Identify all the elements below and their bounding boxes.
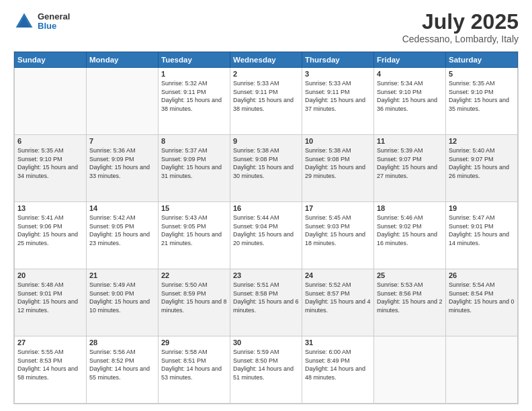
calendar-week-row: 20Sunrise: 5:48 AM Sunset: 9:01 PM Dayli…: [15, 269, 518, 336]
day-number: 20: [17, 271, 83, 279]
calendar-day-cell: 20Sunrise: 5:48 AM Sunset: 9:01 PM Dayli…: [15, 269, 87, 336]
calendar-week-row: 1Sunrise: 5:32 AM Sunset: 9:11 PM Daylig…: [15, 68, 518, 135]
calendar-day-cell: 25Sunrise: 5:53 AM Sunset: 8:56 PM Dayli…: [374, 269, 446, 336]
weekday-saturday: Saturday: [446, 52, 518, 68]
logo: General Blue: [13, 11, 70, 32]
day-number: 5: [449, 70, 515, 78]
calendar-day-cell: 3Sunrise: 5:33 AM Sunset: 9:11 PM Daylig…: [302, 68, 374, 135]
day-info: Sunrise: 5:55 AM Sunset: 8:53 PM Dayligh…: [17, 348, 83, 381]
weekday-tuesday: Tuesday: [159, 52, 230, 68]
calendar-day-cell: 26Sunrise: 5:54 AM Sunset: 8:54 PM Dayli…: [446, 269, 518, 336]
title-block: July 2025 Cedessano, Lombardy, Italy: [402, 11, 519, 44]
day-number: 25: [377, 271, 443, 279]
calendar-day-cell: [87, 68, 159, 135]
calendar-day-cell: 18Sunrise: 5:46 AM Sunset: 9:02 PM Dayli…: [374, 202, 446, 269]
calendar-day-cell: 30Sunrise: 5:59 AM Sunset: 8:50 PM Dayli…: [230, 336, 302, 404]
day-number: 7: [89, 137, 155, 145]
day-number: 13: [17, 204, 83, 212]
day-info: Sunrise: 5:39 AM Sunset: 9:07 PM Dayligh…: [377, 146, 443, 180]
calendar-day-cell: 16Sunrise: 5:44 AM Sunset: 9:04 PM Dayli…: [230, 202, 302, 269]
calendar-day-cell: 29Sunrise: 5:58 AM Sunset: 8:51 PM Dayli…: [159, 336, 230, 404]
calendar-week-row: 6Sunrise: 5:35 AM Sunset: 9:10 PM Daylig…: [15, 135, 518, 202]
calendar-day-cell: 11Sunrise: 5:39 AM Sunset: 9:07 PM Dayli…: [374, 135, 446, 202]
weekday-friday: Friday: [374, 52, 446, 68]
day-info: Sunrise: 5:59 AM Sunset: 8:50 PM Dayligh…: [233, 348, 299, 381]
day-info: Sunrise: 5:45 AM Sunset: 9:03 PM Dayligh…: [305, 214, 371, 247]
calendar-day-cell: 12Sunrise: 5:40 AM Sunset: 9:07 PM Dayli…: [446, 135, 518, 202]
calendar-day-cell: 4Sunrise: 5:34 AM Sunset: 9:10 PM Daylig…: [374, 68, 446, 135]
weekday-monday: Monday: [87, 52, 159, 68]
day-info: Sunrise: 5:42 AM Sunset: 9:05 PM Dayligh…: [89, 214, 155, 247]
day-info: Sunrise: 5:50 AM Sunset: 8:59 PM Dayligh…: [161, 281, 227, 314]
day-number: 24: [305, 271, 371, 279]
day-info: Sunrise: 5:38 AM Sunset: 9:08 PM Dayligh…: [233, 146, 299, 180]
calendar-day-cell: 5Sunrise: 5:35 AM Sunset: 9:10 PM Daylig…: [446, 68, 518, 135]
calendar-day-cell: 1Sunrise: 5:32 AM Sunset: 9:11 PM Daylig…: [159, 68, 230, 135]
logo-text: General Blue: [38, 12, 70, 32]
day-number: 28: [89, 338, 155, 347]
day-number: 6: [17, 137, 83, 145]
day-info: Sunrise: 5:38 AM Sunset: 9:08 PM Dayligh…: [305, 146, 371, 180]
day-info: Sunrise: 5:48 AM Sunset: 9:01 PM Dayligh…: [17, 281, 83, 314]
weekday-header-row: SundayMondayTuesdayWednesdayThursdayFrid…: [15, 52, 518, 68]
calendar-day-cell: 8Sunrise: 5:37 AM Sunset: 9:09 PM Daylig…: [159, 135, 230, 202]
calendar-day-cell: 21Sunrise: 5:49 AM Sunset: 9:00 PM Dayli…: [87, 269, 159, 336]
calendar: SundayMondayTuesdayWednesdayThursdayFrid…: [13, 51, 519, 404]
day-info: Sunrise: 5:44 AM Sunset: 9:04 PM Dayligh…: [233, 214, 299, 247]
weekday-thursday: Thursday: [302, 52, 374, 68]
calendar-day-cell: 14Sunrise: 5:42 AM Sunset: 9:05 PM Dayli…: [87, 202, 159, 269]
day-info: Sunrise: 5:51 AM Sunset: 8:58 PM Dayligh…: [233, 281, 299, 314]
day-info: Sunrise: 5:40 AM Sunset: 9:07 PM Dayligh…: [449, 146, 515, 180]
calendar-day-cell: 6Sunrise: 5:35 AM Sunset: 9:10 PM Daylig…: [15, 135, 87, 202]
day-number: 27: [17, 338, 83, 347]
calendar-day-cell: 13Sunrise: 5:41 AM Sunset: 9:06 PM Dayli…: [15, 202, 87, 269]
header: General Blue July 2025 Cedessano, Lombar…: [13, 11, 519, 44]
weekday-wednesday: Wednesday: [230, 52, 302, 68]
calendar-subtitle: Cedessano, Lombardy, Italy: [402, 34, 519, 44]
day-info: Sunrise: 5:33 AM Sunset: 9:11 PM Dayligh…: [233, 79, 299, 113]
day-info: Sunrise: 5:47 AM Sunset: 9:01 PM Dayligh…: [449, 214, 515, 247]
logo-general-label: General: [38, 12, 70, 21]
day-number: 22: [161, 271, 227, 279]
calendar-day-cell: 22Sunrise: 5:50 AM Sunset: 8:59 PM Dayli…: [159, 269, 230, 336]
day-number: 1: [161, 70, 227, 78]
weekday-sunday: Sunday: [15, 52, 87, 68]
page: General Blue July 2025 Cedessano, Lombar…: [0, 0, 532, 411]
calendar-day-cell: 24Sunrise: 5:52 AM Sunset: 8:57 PM Dayli…: [302, 269, 374, 336]
calendar-day-cell: [15, 68, 87, 135]
day-info: Sunrise: 5:34 AM Sunset: 9:10 PM Dayligh…: [377, 79, 443, 113]
day-number: 18: [377, 204, 443, 212]
calendar-day-cell: 15Sunrise: 5:43 AM Sunset: 9:05 PM Dayli…: [159, 202, 230, 269]
day-info: Sunrise: 5:54 AM Sunset: 8:54 PM Dayligh…: [449, 281, 515, 314]
day-number: 19: [449, 204, 515, 212]
calendar-day-cell: 19Sunrise: 5:47 AM Sunset: 9:01 PM Dayli…: [446, 202, 518, 269]
day-info: Sunrise: 5:56 AM Sunset: 8:52 PM Dayligh…: [89, 348, 155, 381]
calendar-day-cell: 28Sunrise: 5:56 AM Sunset: 8:52 PM Dayli…: [87, 336, 159, 404]
day-info: Sunrise: 5:35 AM Sunset: 9:10 PM Dayligh…: [17, 146, 83, 180]
day-info: Sunrise: 6:00 AM Sunset: 8:49 PM Dayligh…: [305, 348, 371, 381]
day-info: Sunrise: 5:53 AM Sunset: 8:56 PM Dayligh…: [377, 281, 443, 314]
day-number: 8: [161, 137, 227, 145]
day-number: 2: [233, 70, 299, 78]
day-number: 15: [161, 204, 227, 212]
calendar-day-cell: 27Sunrise: 5:55 AM Sunset: 8:53 PM Dayli…: [15, 336, 87, 404]
calendar-day-cell: 10Sunrise: 5:38 AM Sunset: 9:08 PM Dayli…: [302, 135, 374, 202]
calendar-day-cell: 23Sunrise: 5:51 AM Sunset: 8:58 PM Dayli…: [230, 269, 302, 336]
day-number: 30: [233, 338, 299, 347]
day-number: 10: [305, 137, 371, 145]
day-number: 3: [305, 70, 371, 78]
calendar-title: July 2025: [402, 11, 519, 32]
logo-icon: [13, 11, 35, 32]
calendar-day-cell: 17Sunrise: 5:45 AM Sunset: 9:03 PM Dayli…: [302, 202, 374, 269]
day-info: Sunrise: 5:49 AM Sunset: 9:00 PM Dayligh…: [89, 281, 155, 314]
calendar-day-cell: [374, 336, 446, 404]
calendar-day-cell: [446, 336, 518, 404]
day-number: 4: [377, 70, 443, 78]
day-number: 26: [449, 271, 515, 279]
day-number: 17: [305, 204, 371, 212]
day-info: Sunrise: 5:32 AM Sunset: 9:11 PM Dayligh…: [161, 79, 227, 113]
day-number: 12: [449, 137, 515, 145]
day-number: 11: [377, 137, 443, 145]
calendar-day-cell: 31Sunrise: 6:00 AM Sunset: 8:49 PM Dayli…: [302, 336, 374, 404]
day-info: Sunrise: 5:33 AM Sunset: 9:11 PM Dayligh…: [305, 79, 371, 113]
